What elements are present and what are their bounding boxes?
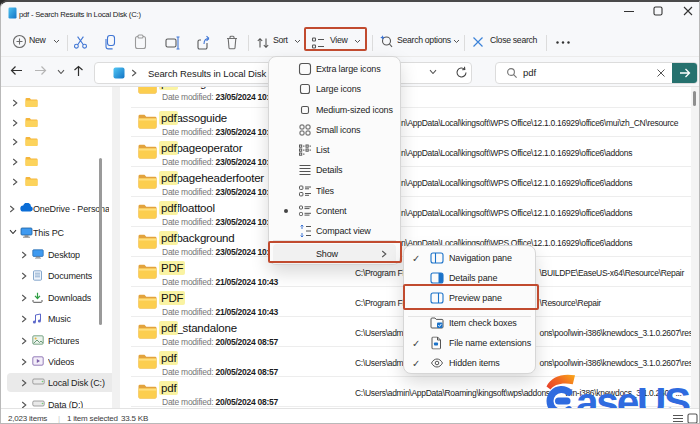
close-button[interactable] <box>681 4 695 18</box>
back-button[interactable] <box>10 65 23 76</box>
chevron-down-icon[interactable] <box>9 229 17 235</box>
sidebar-item-folder[interactable] <box>7 152 119 171</box>
chevron-right-icon[interactable] <box>21 315 27 323</box>
close-search-icon[interactable] <box>472 36 484 48</box>
file-name[interactable]: pdfpageheaderfooter <box>161 172 264 185</box>
close-search-label[interactable]: Close search <box>490 35 537 45</box>
sidebar-item-downloads[interactable]: Downloads <box>7 288 119 307</box>
sidebar-item-this-pc[interactable]: This PC <box>7 223 119 242</box>
sidebar-scrollbar-thumb[interactable] <box>99 158 102 325</box>
chevron-right-icon[interactable] <box>21 251 27 259</box>
breadcrumb-chevron-icon[interactable] <box>131 69 137 77</box>
chevron-right-icon[interactable] <box>21 379 27 387</box>
sidebar-item-folder[interactable] <box>7 93 119 112</box>
file-row[interactable]: pdfassoguideDate modified: 23/05/2024 10… <box>131 107 691 137</box>
cut-button[interactable] <box>73 35 88 50</box>
chevron-right-icon[interactable] <box>12 138 18 146</box>
file-row[interactable]: pdfassoguideDate modified: 23/05/2024 10… <box>131 87 691 108</box>
file-name[interactable]: pdfassoguide <box>161 87 227 90</box>
refresh-icon[interactable] <box>455 66 468 79</box>
file-name[interactable]: PDF <box>161 292 183 305</box>
file-name[interactable]: pdf_standalone <box>161 322 237 335</box>
chevron-right-icon[interactable] <box>9 205 15 213</box>
sort-icon[interactable] <box>256 36 270 50</box>
view-menu-item-small-icons[interactable]: Small icons <box>269 120 400 140</box>
view-menu-item-compact-view[interactable]: Compact view <box>269 221 400 241</box>
sidebar-item-folder[interactable] <box>7 113 119 132</box>
file-name[interactable]: pdfbackground <box>161 232 235 245</box>
see-more-button[interactable] <box>555 40 571 45</box>
view-menu-item-large-icons[interactable]: Large icons <box>269 79 400 99</box>
minimize-button[interactable] <box>622 4 636 18</box>
copy-button[interactable] <box>103 34 118 50</box>
search-options-icon[interactable] <box>379 34 394 49</box>
sidebar-item-music[interactable]: Music <box>7 309 119 328</box>
new-button-label[interactable]: New <box>29 35 45 45</box>
show-submenu-item-item-check-boxes[interactable]: Item check boxes <box>404 313 535 333</box>
paste-button[interactable] <box>133 34 148 50</box>
chevron-right-icon[interactable] <box>21 272 27 280</box>
rename-button[interactable] <box>165 36 181 50</box>
show-submenu-item-hidden-items[interactable]: ✓Hidden items <box>404 353 535 373</box>
share-button[interactable] <box>196 35 212 50</box>
thumbnail-view-toggle-icon[interactable] <box>687 413 698 424</box>
sidebar-item-desktop[interactable]: Desktop <box>7 245 119 264</box>
sidebar-item-documents[interactable]: Documents <box>7 266 119 285</box>
file-row[interactable]: pdfpageoperatorDate modified: 23/05/2024… <box>131 137 691 167</box>
view-menu-item-list[interactable]: List <box>269 140 400 160</box>
file-row[interactable]: pdffloattoolDate modified: 23/05/2024 10… <box>131 197 691 227</box>
sidebar-item-folder[interactable] <box>7 132 119 151</box>
chevron-right-icon[interactable] <box>12 119 18 127</box>
sidebar-item-label: Local Disk (C:) <box>48 378 105 388</box>
sidebar-item-onedrive-persona[interactable]: OneDrive - Persona <box>7 199 119 218</box>
search-options-chevron-icon <box>453 39 460 44</box>
view-menu-item-tiles[interactable]: Tiles <box>269 181 400 201</box>
forward-button[interactable] <box>34 65 47 76</box>
sort-button-label[interactable]: Sort <box>273 35 288 45</box>
file-name[interactable]: pdf <box>161 382 176 395</box>
breadcrumb-text[interactable]: Search Results in Local Disk (C:) <box>148 68 284 79</box>
medium-icons-icon <box>298 103 312 117</box>
this-pc-icon <box>20 227 33 238</box>
file-name[interactable]: pdffloattool <box>161 202 215 215</box>
list-scrollbar-thumb[interactable] <box>693 91 696 106</box>
search-go-button[interactable] <box>672 63 697 83</box>
show-submenu-item-file-name-extensions[interactable]: ✓File name extensions <box>404 333 535 353</box>
search-input-value[interactable]: pdf <box>523 67 536 78</box>
chevron-right-icon[interactable] <box>12 178 18 186</box>
sidebar-item-local-disk-c[interactable]: Local Disk (C:) <box>7 373 119 392</box>
up-button[interactable] <box>73 65 84 77</box>
file-name[interactable]: PDF <box>161 262 183 275</box>
maximize-button[interactable] <box>651 4 665 18</box>
selected-bullet <box>284 209 288 213</box>
annotation-box-view <box>304 27 367 51</box>
file-name[interactable]: pdf <box>161 352 176 365</box>
details-view-toggle-icon[interactable] <box>673 414 683 423</box>
address-dropdown-icon[interactable] <box>429 69 437 75</box>
sidebar-scrollbar[interactable] <box>112 87 120 408</box>
recent-locations-button[interactable] <box>57 69 65 75</box>
view-menu-item-extra-large-icons[interactable]: Extra large icons <box>269 59 400 79</box>
file-row[interactable]: pdfpageheaderfooterDate modified: 23/05/… <box>131 167 691 197</box>
new-chevron-icon <box>53 39 60 44</box>
file-name[interactable]: pdfpageoperator <box>161 142 242 155</box>
toolbar-separator <box>464 35 465 51</box>
view-menu-item-content[interactable]: Content <box>269 201 400 221</box>
chevron-right-icon[interactable] <box>12 99 18 107</box>
chevron-right-icon[interactable] <box>12 158 18 166</box>
chevron-right-icon[interactable] <box>21 358 27 366</box>
list-scrollbar[interactable] <box>691 87 699 408</box>
delete-button[interactable] <box>225 35 239 50</box>
show-submenu-item-navigation-pane[interactable]: ✓Navigation pane <box>404 248 535 268</box>
search-options-label[interactable]: Search options <box>397 35 451 45</box>
sidebar-item-videos[interactable]: Videos <box>7 352 119 371</box>
view-menu-item-medium-sized-icons[interactable]: Medium-sized icons <box>269 100 400 120</box>
file-name[interactable]: pdfassoguide <box>161 112 227 125</box>
new-button[interactable] <box>12 34 27 49</box>
view-menu-item-details[interactable]: Details <box>269 160 400 180</box>
clear-search-icon[interactable] <box>656 68 666 78</box>
sidebar-item-folder[interactable] <box>7 172 119 191</box>
chevron-right-icon[interactable] <box>21 337 27 345</box>
sidebar-item-pictures[interactable]: Pictures <box>7 331 119 350</box>
chevron-right-icon[interactable] <box>21 294 27 302</box>
